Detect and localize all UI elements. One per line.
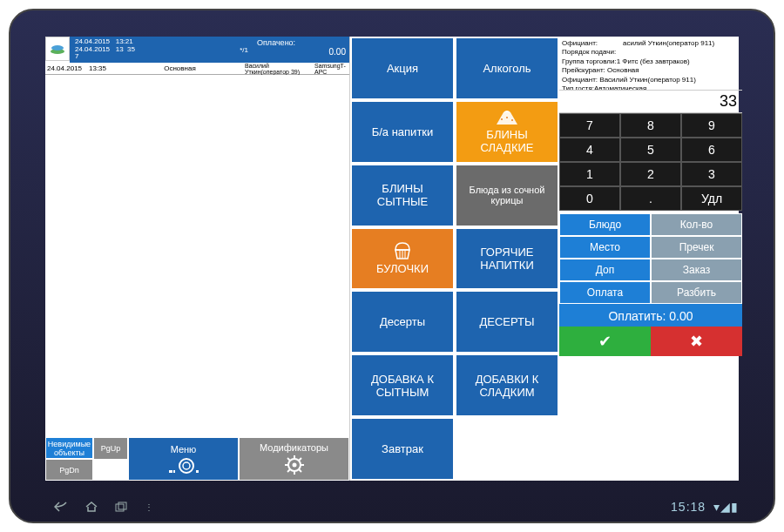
- addon-button[interactable]: Доп: [559, 259, 651, 281]
- clock: 15:18 ▾◢▮: [671, 500, 739, 514]
- modifiers-button[interactable]: Модификаторы: [239, 437, 349, 481]
- numeric-keypad: 7894561230.Удл: [559, 113, 742, 211]
- category-label: Десерты: [380, 315, 425, 328]
- svg-line-15: [287, 469, 290, 472]
- category-label: БУЛОЧКИ: [376, 262, 429, 275]
- key-0[interactable]: 0: [559, 186, 620, 211]
- category-label: ГОРЯЧИЕ НАПИТКИ: [460, 246, 554, 272]
- precheck-button[interactable]: Пречек: [651, 236, 742, 259]
- svg-line-14: [299, 469, 301, 472]
- key-1[interactable]: 1: [559, 162, 620, 186]
- cancel-button[interactable]: ✖: [651, 327, 742, 356]
- android-nav-bar: ⋮ 15:18 ▾◢▮: [45, 499, 739, 515]
- category-горячие-напитки[interactable]: ГОРЯЧИЕ НАПИТКИ: [455, 227, 559, 291]
- muffin-icon: [392, 241, 413, 260]
- paid-box: Оплачено: 0.00: [253, 37, 349, 63]
- key-.[interactable]: .: [620, 186, 681, 211]
- svg-line-13: [287, 458, 290, 461]
- order-info: Официант:асилий Уткин(оператор 911) Поря…: [559, 37, 742, 91]
- category-добавка-к-сытным[interactable]: ДОБАВКА К СЫТНЫМ: [350, 354, 455, 417]
- key-Удл[interactable]: Удл: [681, 186, 742, 211]
- key-8[interactable]: 8: [620, 113, 681, 138]
- app-logo: [45, 37, 70, 61]
- category-добавки-к-сладким[interactable]: ДОБАВКИ К СЛАДКИМ: [455, 354, 559, 417]
- menu-button[interactable]: Меню: [128, 437, 239, 481]
- svg-point-19: [511, 119, 513, 121]
- category-десерты[interactable]: Десерты: [350, 290, 455, 354]
- order-columns-header: 24.04.2015 13:35 Основная Василий Уткин(…: [45, 63, 349, 75]
- cake-icon: [495, 109, 519, 126]
- category-булочки[interactable]: БУЛОЧКИ: [350, 227, 455, 291]
- left-panel: 24.04.2015 13:21 24.04.2015 13 35 7 */1 …: [45, 37, 350, 481]
- category-label: Б/а напитки: [372, 125, 434, 138]
- key-5[interactable]: 5: [620, 138, 681, 162]
- category-label: БЛИНЫ СЛАДКИЕ: [460, 128, 554, 154]
- key-7[interactable]: 7: [559, 113, 620, 138]
- order-list-area[interactable]: [45, 75, 349, 437]
- action-buttons: Блюдо Кол-во Место Пречек Доп Заказ Опла…: [559, 213, 742, 327]
- svg-point-5: [183, 462, 190, 469]
- category-label: ДОБАВКИ К СЛАДКИМ: [460, 373, 554, 399]
- recents-icon[interactable]: [115, 502, 127, 512]
- category-завтрак[interactable]: Завтрак: [350, 417, 455, 481]
- svg-rect-6: [196, 470, 199, 473]
- svg-rect-23: [116, 504, 124, 511]
- order-button[interactable]: Заказ: [651, 259, 742, 281]
- dish-button[interactable]: Блюдо: [559, 213, 651, 236]
- svg-point-4: [179, 459, 193, 473]
- quantity-display: 33: [559, 91, 742, 113]
- key-2[interactable]: 2: [620, 162, 681, 186]
- category-label: Акция: [387, 62, 418, 75]
- home-icon[interactable]: [85, 502, 98, 512]
- place-button[interactable]: Место: [559, 236, 651, 259]
- category-label: ДЕСЕРТЫ: [479, 315, 534, 328]
- plate-icon: [167, 456, 200, 474]
- svg-point-1: [51, 45, 64, 51]
- payment-button[interactable]: Оплата: [559, 281, 651, 304]
- category-label: Блюда из сочной курицы: [460, 185, 554, 205]
- category-label: Завтрак: [382, 442, 423, 455]
- invisible-objects-button[interactable]: Невидимые объекты: [45, 437, 93, 459]
- key-3[interactable]: 3: [681, 162, 742, 186]
- split-button[interactable]: Разбить: [651, 281, 742, 304]
- svg-rect-2: [169, 470, 172, 473]
- gear-icon: [284, 455, 305, 475]
- category-label: БЛИНЫ СЫТНЫЕ: [355, 182, 449, 208]
- pgdn-button[interactable]: PgDn: [45, 459, 93, 481]
- key-6[interactable]: 6: [681, 138, 742, 162]
- svg-rect-24: [118, 502, 126, 509]
- key-9[interactable]: 9: [681, 113, 742, 138]
- category-алкоголь[interactable]: Алкоголь: [455, 37, 559, 100]
- confirm-button[interactable]: ✔: [559, 327, 651, 356]
- category-акция[interactable]: Акция: [350, 37, 455, 100]
- key-4[interactable]: 4: [559, 138, 620, 162]
- pgup-button[interactable]: PgUp: [93, 437, 128, 460]
- menu-dots-icon[interactable]: ⋮: [145, 502, 155, 512]
- category-блины-сытные[interactable]: БЛИНЫ СЫТНЫЕ: [350, 164, 455, 227]
- ticket-meta: 24.04.2015 13:21 24.04.2015 13 35 7 */1: [70, 37, 253, 63]
- category-блины-сладкие[interactable]: БЛИНЫ СЛАДКИЕ: [455, 100, 559, 164]
- category-grid: АкцияАлкогольБ/а напиткиБЛИНЫ СЛАДКИЕБЛИ…: [350, 37, 559, 481]
- svg-rect-3: [173, 470, 175, 473]
- qty-button[interactable]: Кол-во: [651, 213, 742, 236]
- check-icon: ✔: [598, 332, 612, 351]
- svg-line-16: [299, 458, 301, 461]
- right-panel: Официант:асилий Уткин(оператор 911) Поря…: [559, 37, 742, 481]
- category-б-а-напитки[interactable]: Б/а напитки: [350, 100, 455, 164]
- category-label: Алкоголь: [483, 62, 531, 75]
- category-блюда-из-сочной-курицы[interactable]: Блюда из сочной курицы: [455, 164, 559, 227]
- category-десерты[interactable]: ДЕСЕРТЫ: [455, 290, 559, 354]
- svg-point-17: [501, 118, 503, 120]
- pay-total-button[interactable]: Оплатить: 0.00: [559, 304, 742, 328]
- back-icon[interactable]: [54, 502, 68, 512]
- category-label: ДОБАВКА К СЫТНЫМ: [355, 373, 449, 399]
- svg-point-18: [506, 117, 508, 118]
- close-icon: ✖: [690, 332, 703, 351]
- svg-point-8: [292, 463, 296, 468]
- wifi-icon: ▾◢▮: [713, 500, 739, 514]
